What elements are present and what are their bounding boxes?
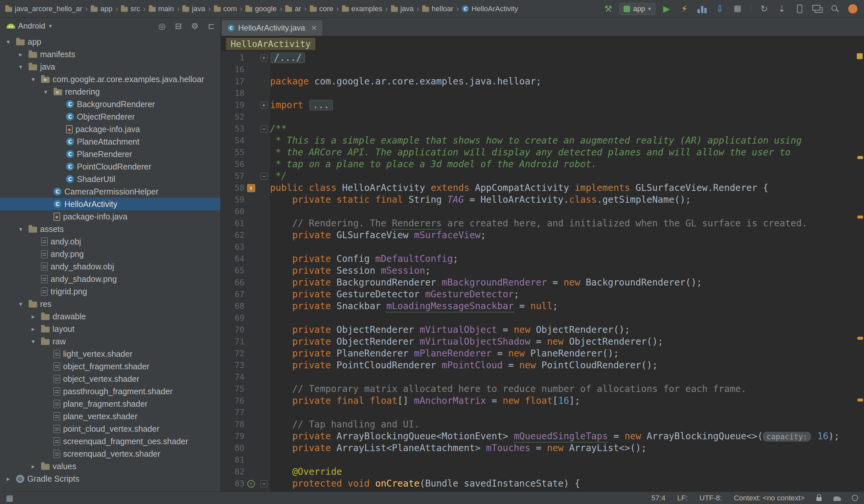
tree-item-backgroundrenderer[interactable]: CBackgroundRenderer bbox=[0, 98, 220, 110]
chevron-collapsed-icon[interactable]: ▸ bbox=[28, 463, 38, 470]
code-line-72[interactable]: 72 private PlaneRenderer mPlaneRenderer … bbox=[221, 348, 864, 359]
tree-item-assets[interactable]: ▾assets bbox=[0, 223, 220, 235]
search-everywhere-icon[interactable] bbox=[829, 2, 842, 15]
line-number[interactable]: 58 bbox=[221, 182, 244, 194]
fold-expand-icon[interactable]: + bbox=[261, 55, 267, 61]
code-line-66[interactable]: 66 private BackgroundRenderer mBackgroun… bbox=[221, 277, 864, 288]
line-number[interactable]: 67 bbox=[221, 288, 244, 300]
line-number[interactable]: 16 bbox=[221, 64, 244, 75]
line-number[interactable]: 70 bbox=[221, 324, 244, 336]
line-number[interactable]: 71 bbox=[221, 336, 244, 348]
breadcrumb-class-chip[interactable]: HelloArActivity bbox=[226, 38, 315, 50]
breadcrumb-item-helloaractivity[interactable]: CHelloArActivity bbox=[461, 4, 519, 14]
chevron-expanded-icon[interactable]: ▾ bbox=[3, 38, 13, 46]
profiler-icon[interactable] bbox=[695, 2, 709, 15]
inspections-indicator-icon[interactable] bbox=[857, 53, 863, 59]
line-separator-widget[interactable]: LF: bbox=[677, 494, 687, 502]
chevron-expanded-icon[interactable]: ▾ bbox=[16, 63, 26, 71]
tree-item-helloaractivity[interactable]: CHelloArActivity bbox=[0, 198, 220, 210]
fold-expand-icon[interactable]: + bbox=[261, 102, 267, 109]
breadcrumb-item-examples[interactable]: examples bbox=[341, 4, 383, 14]
tree-item-light-vertex-shader[interactable]: light_vertex.shader bbox=[0, 348, 220, 360]
tree-item-gradle-scripts[interactable]: ▸GGradle Scripts bbox=[0, 472, 220, 485]
tree-item-package-info-java[interactable]: package-info.java bbox=[0, 210, 220, 223]
line-number[interactable]: 62 bbox=[221, 229, 244, 241]
code-line-75[interactable]: 75 // Temporary matrix allocated here to… bbox=[221, 383, 864, 395]
breadcrumb-item-main[interactable]: main bbox=[148, 4, 175, 14]
code-line-61[interactable]: 61 // Rendering. The Renderers are creat… bbox=[221, 217, 864, 229]
tree-item-drawable[interactable]: ▸drawable bbox=[0, 310, 220, 323]
tree-item-shaderutil[interactable]: CShaderUtil bbox=[0, 173, 220, 185]
code-line-67[interactable]: 67 private GestureDetector mGestureDetec… bbox=[221, 288, 864, 300]
tree-item-res[interactable]: ▾res bbox=[0, 298, 220, 310]
tree-item-passthrough-fragment-shader[interactable]: passthrough_fragment.shader bbox=[0, 385, 220, 398]
chevron-collapsed-icon[interactable]: ▸ bbox=[3, 475, 13, 483]
tree-item-point-cloud-vertex-shader[interactable]: point_cloud_vertex.shader bbox=[0, 422, 220, 435]
tree-item-planerenderer[interactable]: CPlaneRenderer bbox=[0, 148, 220, 160]
close-icon[interactable]: × bbox=[311, 25, 317, 31]
tree-item-trigrid-png[interactable]: trigrid.png bbox=[0, 285, 220, 298]
profile-avatar-icon[interactable] bbox=[846, 2, 860, 15]
line-number[interactable]: 78 bbox=[221, 419, 244, 430]
code-line-53[interactable]: 53−/** bbox=[221, 123, 864, 135]
line-number[interactable]: 69 bbox=[221, 312, 244, 324]
tree-item-andy-obj[interactable]: andy.obj bbox=[0, 235, 220, 248]
tree-item-andy-shadow-obj[interactable]: andy_shadow.obj bbox=[0, 260, 220, 273]
code-line-77[interactable]: 77 bbox=[221, 407, 864, 419]
code-line-79[interactable]: 79 private ArrayBlockingQueue<MotionEven… bbox=[221, 430, 864, 442]
code-line-58[interactable]: 58↕public class HelloArActivity extends … bbox=[221, 182, 864, 194]
project-view-selector[interactable]: Android ▾ bbox=[4, 20, 55, 32]
tree-item-plane-vertex-shader[interactable]: plane_vertex.shader bbox=[0, 410, 220, 422]
tree-item-package-info-java[interactable]: package-info.java bbox=[0, 123, 220, 135]
code-line-70[interactable]: 70 private ObjectRenderer mVirtualObject… bbox=[221, 324, 864, 336]
warning-stripe-mark[interactable] bbox=[857, 337, 863, 340]
apply-changes-icon[interactable]: ⚡ bbox=[678, 2, 691, 15]
tree-item-com-google-ar-core-examples-java-helloar[interactable]: ▾com.google.ar.core.examples.java.helloa… bbox=[0, 73, 220, 85]
tree-item-layout[interactable]: ▸layout bbox=[0, 323, 220, 335]
warning-stripe-mark[interactable] bbox=[857, 156, 863, 159]
code-line-60[interactable]: 60 bbox=[221, 206, 864, 217]
tree-item-app[interactable]: ▾app bbox=[0, 35, 220, 48]
warning-stripe-mark[interactable] bbox=[857, 216, 863, 218]
line-number[interactable]: 75 bbox=[221, 383, 244, 395]
code-line-64[interactable]: 64 private Config mDefaultConfig; bbox=[221, 253, 864, 265]
line-number[interactable]: 18 bbox=[221, 87, 244, 99]
attach-debugger-icon[interactable]: ⇩ bbox=[713, 2, 727, 15]
line-number[interactable]: 82 bbox=[221, 466, 244, 478]
code-editor[interactable]: 1+/.../1617package com.google.ar.core.ex… bbox=[221, 51, 864, 492]
code-line-1[interactable]: 1+/.../ bbox=[221, 52, 864, 64]
code-line-80[interactable]: 80 private ArrayList<PlaneAttachment> mT… bbox=[221, 442, 864, 454]
code-line-65[interactable]: 65 private Session mSession; bbox=[221, 265, 864, 277]
tree-item-screenquad-vertex-shader[interactable]: screenquad_vertex.shader bbox=[0, 447, 220, 460]
code-line-19[interactable]: 19+import ... bbox=[221, 99, 864, 111]
line-number[interactable]: 77 bbox=[221, 407, 244, 419]
warning-stripe-mark[interactable] bbox=[857, 398, 863, 401]
locate-file-icon[interactable]: ◎ bbox=[157, 21, 167, 31]
breadcrumb-item-app[interactable]: app bbox=[90, 4, 113, 14]
gradle-icon[interactable] bbox=[833, 496, 840, 501]
chevron-expanded-icon[interactable]: ▾ bbox=[16, 300, 26, 308]
tree-item-rendering[interactable]: ▾rendering bbox=[0, 85, 220, 98]
collapse-all-icon[interactable]: ⊟ bbox=[173, 21, 184, 31]
line-number[interactable]: 54 bbox=[221, 135, 244, 146]
code-line-54[interactable]: 54 * This is a simple example that shows… bbox=[221, 135, 864, 146]
tree-item-camerapermissionhelper[interactable]: CCameraPermissionHelper bbox=[0, 185, 220, 198]
breadcrumb-item-src[interactable]: src bbox=[120, 4, 141, 14]
avd-manager-icon[interactable] bbox=[793, 2, 806, 15]
lock-icon[interactable] bbox=[816, 497, 821, 501]
tree-item-pointcloudrenderer[interactable]: CPointCloudRenderer bbox=[0, 160, 220, 173]
settings-gear-icon[interactable]: ⚙ bbox=[190, 21, 200, 31]
code-line-62[interactable]: 62 private GLSurfaceView mSurfaceView; bbox=[221, 229, 864, 241]
chevron-expanded-icon[interactable]: ▾ bbox=[16, 225, 26, 233]
tree-item-object-vertex-shader[interactable]: object_vertex.shader bbox=[0, 373, 220, 385]
tree-item-screenquad-fragment-oes-shader[interactable]: screenquad_fragment_oes.shader bbox=[0, 435, 220, 447]
line-number[interactable]: 61 bbox=[221, 217, 244, 229]
breadcrumb-item-com[interactable]: com bbox=[213, 4, 238, 14]
line-number[interactable]: 52 bbox=[221, 111, 244, 123]
code-line-74[interactable]: 74 bbox=[221, 371, 864, 383]
related-symbol-gutter-icon[interactable]: ↕ bbox=[247, 184, 255, 192]
tree-item-raw[interactable]: ▾raw bbox=[0, 335, 220, 348]
line-number[interactable]: 72 bbox=[221, 348, 244, 359]
code-line-55[interactable]: 55 * the ARCore API. The application wil… bbox=[221, 146, 864, 158]
code-line-17[interactable]: 17package com.google.ar.core.examples.ja… bbox=[221, 75, 864, 87]
